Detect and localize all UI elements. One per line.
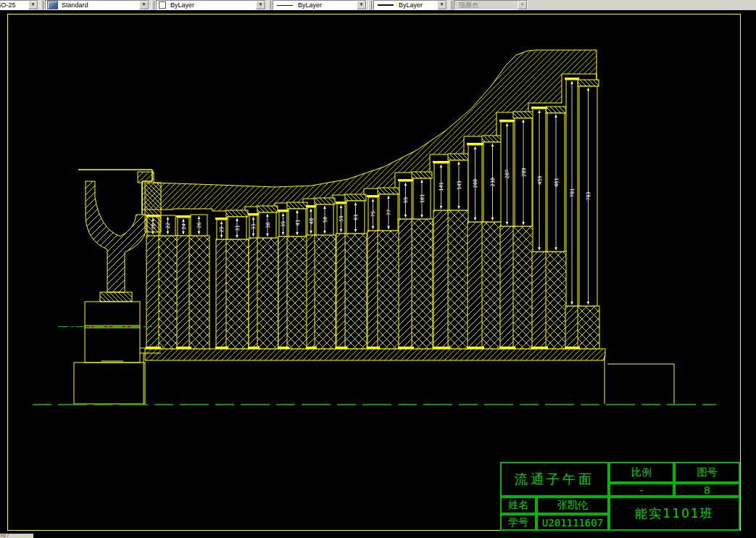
dimension-label: 22 [165, 223, 171, 228]
diaphragm-web [399, 219, 412, 349]
stage-group: 287289 [499, 112, 534, 349]
inlet-foot [100, 292, 132, 302]
linetype-combo[interactable]: ByLayer ▼ [273, 0, 367, 10]
toolbar-separator [151, 1, 154, 9]
dimension-label: 77 [386, 210, 392, 215]
dimension-label: 287 [504, 170, 510, 179]
stage-group: 2931 [215, 210, 249, 349]
color-value: ByLayer [168, 1, 194, 9]
dimension-label: 26 [196, 222, 202, 228]
dimension-label: 31 [235, 225, 241, 231]
stage-group: 4850 [306, 198, 336, 349]
diaphragm-web [307, 235, 315, 349]
toolbar-separator [368, 1, 372, 9]
rotor-disk [448, 210, 470, 349]
dimension-label: 461 [554, 178, 560, 187]
toolbar-separator [449, 1, 452, 9]
stage-group: 2022 [146, 215, 178, 349]
student-id-label: 学号 [500, 514, 536, 531]
diaphragm-web [468, 222, 483, 349]
blade-shroud [482, 136, 503, 142]
drawing-no-label: 图号 [674, 462, 740, 483]
lineweight-combo[interactable]: ByLayer ▼ [373, 0, 447, 10]
dimension-label: 99 [403, 197, 409, 203]
toolbar-separator [40, 1, 43, 9]
object-properties-toolbar: ISO-25 ▼ Standard ▼ ByLayer ▼ ByLayer ▼ … [0, 0, 756, 11]
dimension-label: 781 [570, 189, 576, 198]
chevron-down-icon[interactable]: ▼ [256, 1, 265, 9]
chevron-down-icon[interactable]: ▼ [437, 1, 446, 9]
rotor-disk [159, 236, 178, 349]
chevron-down-icon[interactable]: ▼ [28, 1, 38, 9]
drawing-no-value: 8 [674, 483, 740, 497]
blade-shroud [287, 202, 307, 209]
blade-shroud [315, 198, 335, 204]
scale-value: - [609, 483, 674, 497]
rotor-disk [287, 236, 308, 349]
rotor-disk [226, 239, 249, 349]
blade-shroud [257, 206, 278, 212]
diaphragm-web [336, 233, 346, 349]
dimension-label: 29 [219, 226, 225, 232]
text-style-combo[interactable]: Standard ▼ [45, 0, 149, 10]
blade-shroud [546, 107, 566, 113]
stage-group: 459461 [531, 107, 567, 349]
meridian-section: 2022242629313336394148505961757799101141… [8, 15, 741, 531]
linetype-icon [277, 5, 293, 6]
diaphragm-web [278, 236, 288, 349]
diaphragm-web [146, 236, 159, 349]
dimension-label: 459 [537, 175, 543, 185]
color-combo[interactable]: ByLayer ▼ [156, 0, 266, 10]
dimension-label: 33 [251, 223, 257, 229]
text-style-value: Standard [59, 1, 88, 9]
lineweight-icon [378, 4, 394, 6]
scale-label: 比例 [609, 462, 674, 483]
rotor-disk [513, 226, 534, 349]
blade-shroud [378, 188, 399, 194]
text-style-icon [47, 1, 58, 9]
dimension-label: 41 [295, 220, 301, 225]
diaphragm-web [500, 226, 514, 349]
chevron-down-icon[interactable]: ▼ [357, 1, 366, 9]
student-id-value: U201111607 [536, 514, 609, 531]
name-label: 姓名 [500, 497, 536, 514]
rotor-disk [578, 306, 599, 349]
diaphragm-web [249, 238, 258, 349]
blade-shroud [448, 154, 470, 160]
title-block: 流通子午面 比例 图号 - 8 姓名 张凯伦 学号 U201111607 能实1… [500, 462, 740, 531]
stage-group: 99101 [398, 172, 433, 349]
casing-end-wall [145, 183, 161, 232]
diaphragm-web [367, 231, 378, 349]
dimension-label: 39 [281, 221, 286, 227]
blade-shroud [578, 80, 599, 86]
chevron-down-icon: ▼ [518, 1, 527, 9]
drawing-title: 流通子午面 [500, 462, 609, 497]
diaphragm-web [433, 210, 449, 349]
plot-style-combo: 随颜色 ▼ [454, 0, 528, 10]
linetype-value: ByLayer [296, 1, 322, 9]
dimension-label: 143 [457, 181, 462, 190]
lineweight-value: ByLayer [396, 1, 423, 9]
dimension-label: 289 [521, 167, 527, 177]
name-value: 张凯伦 [536, 497, 609, 514]
dimension-label: 59 [338, 215, 344, 221]
plot-style-value: 随颜色 [454, 1, 478, 9]
statusbar-fragment: ≡o / [0, 534, 33, 538]
dim-style-value: ISO-25 [0, 1, 16, 9]
dimension-label: 36 [265, 222, 271, 228]
rotor-disk [546, 252, 567, 349]
chevron-down-icon[interactable]: ▼ [139, 1, 149, 9]
dimension-label: 24 [181, 223, 187, 229]
dimension-label: 783 [586, 191, 591, 201]
diaphragm-web [177, 236, 190, 349]
turbine-meridian-drawing: 2022242629313336394148505961757799101141… [0, 10, 756, 538]
rotor-disk [378, 231, 400, 349]
stage-group: 208210 [467, 136, 504, 349]
blade-shroud [226, 210, 248, 217]
drawing-canvas[interactable]: 2022242629313336394148505961757799101141… [0, 10, 756, 538]
dimension-label: 101 [420, 194, 425, 204]
blade-shroud [513, 112, 533, 118]
color-swatch-icon [159, 1, 166, 9]
dim-style-combo[interactable]: ISO-25 ▼ [0, 0, 38, 10]
rotor-disk [189, 236, 209, 349]
